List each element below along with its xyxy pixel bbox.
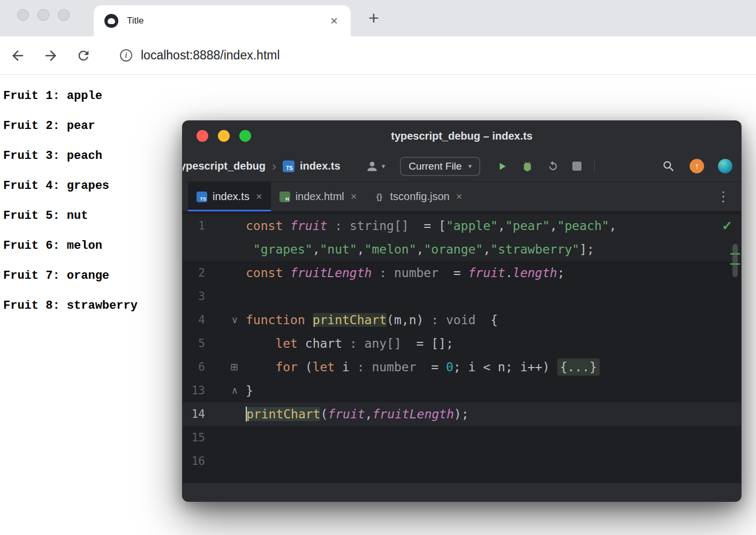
code-token: "strawberry" bbox=[490, 242, 579, 256]
fold-close-icon[interactable]: ∧ bbox=[205, 379, 246, 402]
ide-close-button[interactable] bbox=[196, 130, 208, 142]
code-token: "melon" bbox=[365, 242, 417, 256]
new-tab-button[interactable]: + bbox=[362, 7, 385, 28]
code-line[interactable]: "grapes","nut","melon","orange","strawbe… bbox=[183, 238, 741, 261]
back-button[interactable] bbox=[10, 48, 26, 64]
code-token: fruit bbox=[468, 266, 505, 280]
code-token: , bbox=[417, 242, 424, 256]
browser-close-button[interactable] bbox=[17, 9, 29, 21]
line-number[interactable]: 16 bbox=[183, 449, 205, 473]
code-token: 0 bbox=[446, 360, 453, 374]
code-text: const fruit : string[] = ["apple","pear"… bbox=[246, 214, 741, 238]
debug-button[interactable] bbox=[521, 160, 534, 173]
editor-tab-index.ts[interactable]: TSindex.ts× bbox=[188, 182, 271, 211]
update-project-button[interactable]: ↑ bbox=[690, 159, 704, 173]
editor-scrollbar-thumb[interactable] bbox=[732, 244, 738, 277]
tab-close-icon[interactable]: × bbox=[456, 190, 463, 203]
code-line[interactable]: 1const fruit : string[] = ["apple","pear… bbox=[183, 214, 741, 238]
editor-tab-tsconfig.json[interactable]: {}tsconfig.json× bbox=[365, 182, 471, 211]
tab-close-icon[interactable]: × bbox=[351, 190, 357, 203]
code-token: i bbox=[342, 360, 357, 374]
url-field[interactable]: localhost:8888/index.html bbox=[141, 48, 280, 63]
code-editor[interactable]: 1const fruit : string[] = ["apple","pear… bbox=[183, 212, 741, 483]
forward-button[interactable] bbox=[43, 48, 59, 64]
chevron-down-icon: ▾ bbox=[382, 162, 385, 170]
code-line[interactable]: 5 let chart : any[] = []; bbox=[183, 332, 741, 355]
code-token: "pear" bbox=[505, 219, 550, 233]
fold-column bbox=[205, 402, 246, 426]
ide-status-bar bbox=[183, 483, 741, 501]
code-token: : number bbox=[379, 266, 446, 280]
line-number[interactable] bbox=[183, 238, 205, 261]
code-line[interactable]: 15 bbox=[183, 426, 741, 449]
code-line[interactable]: 2const fruitLength : number = fruit.leng… bbox=[183, 261, 741, 285]
person-icon bbox=[365, 159, 379, 173]
more-options-icon[interactable]: ⋮ bbox=[716, 188, 741, 205]
code-token: printChart bbox=[313, 313, 387, 327]
editor-tab-index.html[interactable]: Hindex.html× bbox=[271, 182, 366, 211]
line-number[interactable]: 6 bbox=[183, 355, 205, 379]
editor-tab-label: tsconfig.json bbox=[390, 190, 449, 203]
forward-arrow-icon bbox=[43, 48, 59, 64]
code-token: = bbox=[446, 266, 468, 280]
stop-button[interactable] bbox=[572, 162, 581, 171]
code-line[interactable]: 6⊞ for (let i : number = 0; i < n; i++) … bbox=[183, 355, 741, 379]
code-token: : any[] bbox=[350, 337, 409, 350]
fruit-line: Fruit 6: melon bbox=[3, 231, 138, 261]
fold-column bbox=[205, 261, 246, 285]
code-token: } bbox=[246, 384, 253, 398]
code-token: : number bbox=[357, 360, 424, 374]
fold-column bbox=[205, 449, 246, 473]
code-token: , bbox=[357, 242, 365, 256]
line-number[interactable]: 3 bbox=[183, 285, 205, 308]
code-line[interactable]: 16 bbox=[183, 449, 741, 473]
profile-widget[interactable]: ▾ bbox=[365, 159, 385, 173]
code-token: = [ bbox=[417, 219, 446, 233]
code-token: . bbox=[505, 266, 513, 280]
rerun-button[interactable] bbox=[547, 160, 560, 173]
browser-minimize-button[interactable] bbox=[37, 9, 49, 21]
code-text bbox=[246, 449, 741, 473]
fold-open-icon[interactable]: ∨ bbox=[205, 308, 246, 332]
code-text: } bbox=[246, 379, 741, 402]
line-number[interactable]: 15 bbox=[183, 426, 205, 449]
ide-fullscreen-button[interactable] bbox=[239, 130, 251, 142]
reload-button[interactable] bbox=[76, 48, 91, 63]
fold-plus-icon[interactable]: ⊞ bbox=[205, 355, 246, 379]
run-configuration-selector[interactable]: Current File ▾ bbox=[400, 157, 480, 176]
code-token: = bbox=[424, 360, 446, 374]
tab-close-icon[interactable]: × bbox=[256, 190, 262, 203]
code-line[interactable]: 4∨function printChart(m,n) : void { bbox=[183, 308, 741, 332]
breadcrumb-project[interactable]: ypescript_debug bbox=[183, 160, 266, 172]
code-token: printChart bbox=[246, 407, 320, 421]
tab-close-icon[interactable]: × bbox=[328, 14, 340, 27]
fold-column bbox=[205, 285, 246, 308]
app-sphere-icon[interactable] bbox=[718, 159, 732, 173]
code-token: ; i < n; i++) bbox=[453, 360, 557, 374]
code-line[interactable]: 3 bbox=[183, 285, 741, 308]
inspections-ok-icon[interactable]: ✓ bbox=[722, 218, 732, 233]
ide-titlebar[interactable]: typescript_debug – index.ts bbox=[183, 121, 741, 151]
code-token: : string[] bbox=[335, 219, 416, 233]
browser-navbar: i localhost:8888/index.html bbox=[0, 36, 756, 75]
ide-minimize-button[interactable] bbox=[218, 130, 230, 142]
toolbar-right-actions: ↑ bbox=[662, 159, 732, 173]
line-number[interactable]: 2 bbox=[183, 261, 205, 285]
run-button[interactable] bbox=[496, 160, 508, 172]
fold-column bbox=[205, 426, 246, 449]
search-everywhere-icon[interactable] bbox=[662, 159, 676, 173]
line-number[interactable]: 4 bbox=[183, 308, 205, 332]
editor-tab-label: index.html bbox=[296, 190, 344, 203]
code-line[interactable]: 14printChart(fruit,fruitLength); bbox=[183, 402, 741, 426]
code-line[interactable]: 13∧} bbox=[183, 379, 741, 402]
browser-zoom-button[interactable] bbox=[58, 9, 70, 21]
site-info-icon[interactable]: i bbox=[120, 49, 132, 62]
line-number[interactable]: 14 bbox=[183, 402, 205, 426]
fruit-line: Fruit 5: nut bbox=[3, 201, 138, 231]
breadcrumb-file[interactable]: index.ts bbox=[300, 160, 341, 172]
browser-tab[interactable]: Title × bbox=[94, 5, 351, 36]
ide-toolbar: ypescript_debug › TS index.ts ▾ Current … bbox=[183, 151, 741, 182]
line-number[interactable]: 13 bbox=[183, 379, 205, 402]
line-number[interactable]: 1 bbox=[183, 214, 205, 238]
line-number[interactable]: 5 bbox=[183, 332, 205, 355]
